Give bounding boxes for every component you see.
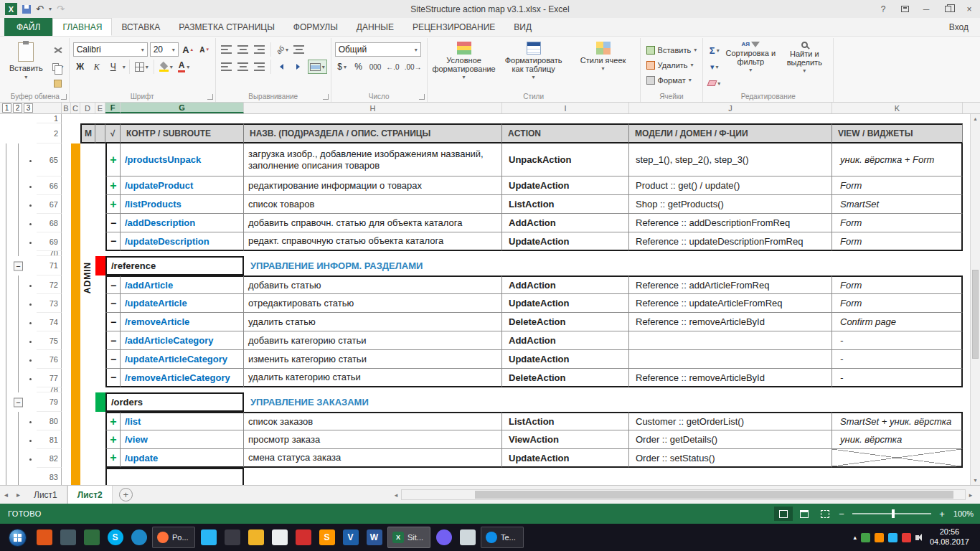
cell-83-D[interactable]: [80, 468, 95, 485]
sublime-icon[interactable]: S: [316, 527, 338, 548]
cell-80-view[interactable]: SmartSet + уник. вёрстка: [832, 412, 963, 430]
cell-81-D[interactable]: [80, 430, 95, 449]
row-header-70[interactable]: 70: [37, 251, 62, 256]
cell-82-mark[interactable]: +: [105, 449, 121, 468]
cell-66-B[interactable]: [62, 176, 71, 195]
row-header-2[interactable]: 2: [37, 123, 62, 143]
cell-2-C[interactable]: [71, 123, 80, 143]
hscroll-track[interactable]: [401, 489, 966, 500]
cell-65-action[interactable]: UnpackAction: [502, 143, 629, 176]
clear-button[interactable]: ▾: [707, 76, 722, 90]
vertical-scrollbar[interactable]: ▴ ▾: [970, 114, 980, 485]
number-format-select[interactable]: Общий▾: [335, 42, 421, 57]
table-header-e[interactable]: [95, 123, 105, 143]
cell-76-mark[interactable]: −: [105, 350, 121, 369]
page-layout-view-button[interactable]: [795, 507, 814, 521]
cell-65-D[interactable]: [80, 143, 95, 176]
cell-76-action[interactable]: UpdateAction: [502, 350, 629, 369]
zoom-out-button[interactable]: −: [837, 509, 847, 519]
cell-71-route[interactable]: /reference: [105, 256, 244, 276]
start-button[interactable]: [2, 524, 32, 551]
cell-65-route[interactable]: /productsUnpack: [121, 143, 244, 176]
sheet-nav-right-icon[interactable]: ▸: [12, 486, 24, 504]
sheet-tab-1[interactable]: Лист2: [67, 486, 113, 504]
increase-indent-button[interactable]: [291, 60, 306, 74]
cell-80-mark[interactable]: +: [105, 412, 121, 430]
cell-80-B[interactable]: [62, 412, 71, 430]
cell-65-desc[interactable]: загрузка изобр., добавление изображениям…: [244, 143, 502, 176]
format-as-table-button[interactable]: Форматировать как таблицу▾: [501, 40, 567, 81]
cell-69-route[interactable]: /updateDescription: [121, 232, 244, 251]
cell-66-desc[interactable]: редактирование информации о товарах: [244, 176, 502, 195]
align-top-button[interactable]: [220, 42, 234, 57]
cell-82-view[interactable]: [832, 449, 963, 468]
table-header-action[interactable]: ACTION: [502, 123, 629, 143]
cell-65-B[interactable]: [62, 143, 71, 176]
cell-82-route[interactable]: /update: [121, 449, 244, 468]
cell-73-E[interactable]: [95, 294, 105, 313]
cell-74-action[interactable]: DeleteAction: [502, 313, 629, 331]
format-cells-button[interactable]: Формат▾: [644, 73, 699, 87]
cell-68-route[interactable]: /addDescription: [121, 214, 244, 232]
align-middle-button[interactable]: [236, 42, 250, 57]
normal-view-button[interactable]: [774, 507, 793, 521]
visual-studio-icon[interactable]: V: [339, 527, 362, 548]
row-header-66[interactable]: 66: [37, 176, 62, 195]
align-right-button[interactable]: [253, 60, 267, 74]
cell-68-model[interactable]: Reference :: addDescriptionFromReq: [629, 214, 832, 232]
cell-73-action[interactable]: UpdateAction: [502, 294, 629, 313]
zoom-in-button[interactable]: +: [937, 509, 947, 519]
decrease-indent-button[interactable]: [275, 60, 289, 74]
pinned-app-9[interactable]: [292, 527, 314, 548]
cell-76-E[interactable]: [95, 350, 105, 369]
restore-button[interactable]: [937, 0, 958, 18]
tray-icon-3[interactable]: [888, 533, 897, 542]
cell-72-desc[interactable]: добавить статью: [244, 276, 502, 294]
cell-82-B[interactable]: [62, 449, 71, 468]
row-header-68[interactable]: 68: [37, 214, 62, 232]
cell-83-B[interactable]: [62, 468, 71, 485]
cell-75-E[interactable]: [95, 331, 105, 350]
cell-72-D[interactable]: [80, 276, 95, 294]
ribbon-display-options-button[interactable]: [894, 0, 915, 18]
cell-73-route[interactable]: /updateArticle: [121, 294, 244, 313]
table-header-model[interactable]: МОДЕЛИ / ДОМЕН / Ф-ЦИИ: [629, 123, 832, 143]
underline-button[interactable]: Ч: [106, 60, 121, 74]
redo-button[interactable]: ↷: [57, 4, 65, 14]
cell-72-route[interactable]: /addArticle: [121, 276, 244, 294]
bold-button[interactable]: Ж: [73, 60, 88, 74]
cell-72-model[interactable]: Reference :: addArticleFromReq: [629, 276, 832, 294]
row-header-76[interactable]: 76: [37, 350, 62, 369]
cell-72-view[interactable]: Form: [832, 276, 963, 294]
hscroll-right-icon[interactable]: ▸: [966, 491, 976, 499]
cell-80-action[interactable]: ListAction: [502, 412, 629, 430]
cell-69-mark[interactable]: −: [105, 232, 121, 251]
add-sheet-button[interactable]: +: [119, 488, 133, 501]
row-header-73[interactable]: 73: [37, 294, 62, 313]
column-header-I[interactable]: I: [502, 103, 629, 113]
cell-75-D[interactable]: [80, 331, 95, 350]
empty-area[interactable]: [62, 114, 963, 123]
firefox-window-button[interactable]: Po...: [152, 527, 195, 548]
zoom-slider-thumb[interactable]: [892, 509, 895, 518]
cell-65-mark[interactable]: +: [105, 143, 121, 176]
pen-icon[interactable]: [456, 527, 479, 548]
sheet-nav-left-icon[interactable]: ◂: [0, 486, 12, 504]
cell-83-desc[interactable]: [244, 468, 502, 485]
pinned-app-1[interactable]: [33, 527, 55, 548]
cell-77-D[interactable]: [80, 369, 95, 387]
font-dialog-launcher[interactable]: [207, 94, 213, 100]
volume-icon[interactable]: [915, 535, 919, 540]
ribbon-tab-6[interactable]: ВИД: [504, 18, 541, 36]
column-header-J[interactable]: J: [629, 103, 832, 113]
orientation-button[interactable]: аб▾: [275, 42, 290, 57]
row-header-67[interactable]: 67: [37, 195, 62, 214]
cell-73-model[interactable]: Reference :: updateArticleFromReq: [629, 294, 832, 313]
cell-72-E[interactable]: [95, 276, 105, 294]
file-tab[interactable]: ФАЙЛ: [4, 18, 52, 36]
horizontal-scroll-thumb[interactable]: [475, 491, 953, 499]
font-size-select[interactable]: 20▾: [150, 42, 179, 57]
sheet-tab-0[interactable]: Лист1: [24, 486, 67, 504]
cell-73-B[interactable]: [62, 294, 71, 313]
cell-74-view[interactable]: Confirm page: [832, 313, 963, 331]
